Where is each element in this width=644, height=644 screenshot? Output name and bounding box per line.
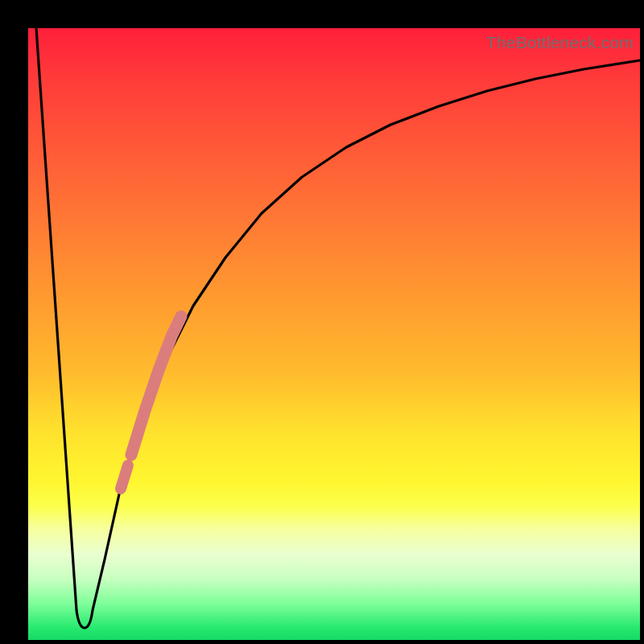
highlight-blob (121, 465, 128, 489)
curve-svg (28, 28, 640, 640)
plot-area: TheBottleneck.com (28, 28, 640, 640)
chart-frame: TheBottleneck.com (0, 0, 644, 644)
bottleneck-curve (36, 28, 640, 628)
highlight-segment (131, 316, 181, 455)
